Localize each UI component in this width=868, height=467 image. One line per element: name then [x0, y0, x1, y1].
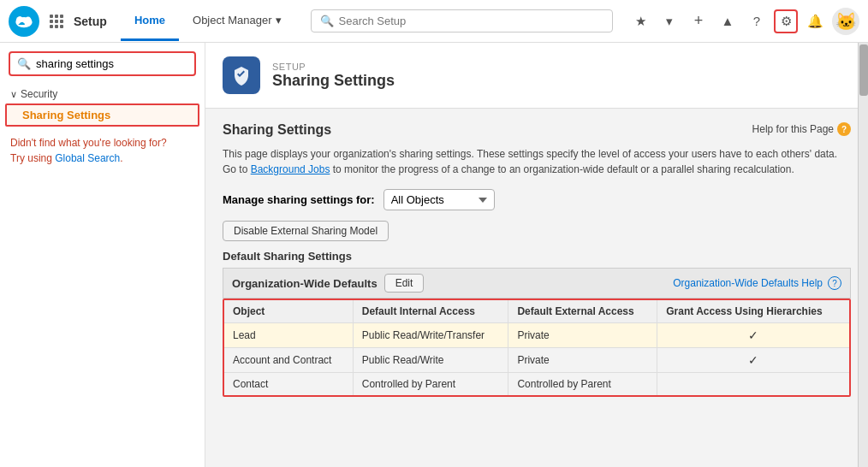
help-icon[interactable]: ?	[745, 9, 769, 33]
global-search-input[interactable]	[339, 15, 603, 27]
cell-external: Private	[508, 323, 657, 348]
org-defaults-table: Object Default Internal Access Default E…	[224, 300, 849, 395]
org-defaults-right: Organization-Wide Defaults Help ?	[673, 276, 841, 290]
svg-text:☁: ☁	[18, 18, 25, 26]
table-row: Account and Contract Public Read/Write P…	[224, 348, 849, 373]
sidebar-search-container[interactable]: 🔍	[9, 51, 196, 76]
svg-point-2	[25, 16, 32, 25]
cell-object: Lead	[224, 323, 353, 348]
scrollbar-track[interactable]	[858, 43, 868, 467]
chevron-down-icon: ▾	[276, 14, 282, 27]
user-avatar[interactable]: 🐱	[832, 8, 859, 35]
top-icon-bar: ★ ▾ + ▲ ? ⚙ 🔔 🐱	[628, 8, 859, 35]
org-defaults-left: Organization-Wide Defaults Edit	[232, 274, 424, 293]
global-search-bar[interactable]: 🔍	[311, 9, 613, 33]
main-layout: 🔍 ∨ Security Sharing Settings Didn't fin…	[0, 43, 868, 467]
help-for-page-link[interactable]: Help for this Page ?	[752, 122, 851, 136]
sidebar-not-found: Didn't find what you're looking for? Try…	[0, 127, 205, 174]
favorites-icon[interactable]: ★	[628, 9, 652, 33]
add-icon[interactable]: +	[687, 9, 710, 33]
cell-object: Account and Contract	[224, 348, 353, 373]
cell-internal: Public Read/Write	[353, 348, 508, 373]
background-jobs-link[interactable]: Background Jobs	[251, 163, 330, 175]
manage-sharing-select[interactable]: All Objects	[383, 189, 495, 210]
cell-hierarchy	[657, 373, 849, 396]
top-navigation: ☁ Setup Home Object Manager ▾ 🔍 ★ ▾ + ▲ …	[0, 0, 868, 43]
org-defaults-edit-button[interactable]: Edit	[384, 274, 425, 293]
col-external: Default External Access	[508, 300, 657, 323]
gear-icon[interactable]: ⚙	[774, 9, 798, 33]
cell-external: Controlled by Parent	[508, 373, 657, 396]
org-defaults-table-wrapper: Object Default Internal Access Default E…	[223, 299, 851, 397]
table-row: Lead Public Read/Write/Transfer Private …	[224, 323, 849, 348]
main-content-area: SETUP Sharing Settings Sharing Settings …	[205, 43, 868, 467]
chevron-down-icon: ∨	[10, 89, 17, 100]
favorites-dropdown-icon[interactable]: ▾	[657, 9, 681, 33]
notifications-icon[interactable]: 🔔	[803, 9, 827, 33]
page-header-setup-label: SETUP	[272, 62, 395, 72]
org-defaults-help-link[interactable]: Organization-Wide Defaults Help	[673, 277, 823, 289]
description-text: This page displays your organization's s…	[223, 146, 851, 177]
tab-object-manager[interactable]: Object Manager ▾	[179, 2, 295, 41]
sidebar-search-icon: 🔍	[17, 57, 31, 70]
sidebar-section-security[interactable]: ∨ Security	[0, 85, 205, 103]
disable-external-sharing-button[interactable]: Disable External Sharing Model	[223, 221, 389, 241]
col-hierarchy: Grant Access Using Hierarchies	[657, 300, 849, 323]
scrollbar-thumb[interactable]	[859, 44, 868, 96]
col-internal: Default Internal Access	[353, 300, 508, 323]
content-main-title: Sharing Settings	[223, 122, 331, 138]
trailhead-icon[interactable]: ▲	[716, 9, 740, 33]
cell-hierarchy: ✓	[657, 348, 849, 373]
manage-sharing-row: Manage sharing settings for: All Objects	[223, 189, 851, 210]
org-defaults-header: Organization-Wide Defaults Edit Organiza…	[223, 268, 851, 299]
page-header-text: SETUP Sharing Settings	[272, 62, 395, 90]
cell-internal: Public Read/Write/Transfer	[353, 323, 508, 348]
cell-internal: Controlled by Parent	[353, 373, 508, 396]
table-row: Contact Controlled by Parent Controlled …	[224, 373, 849, 396]
app-title: Setup	[74, 15, 107, 28]
col-object: Object	[224, 300, 353, 323]
help-question-icon: ?	[837, 122, 851, 136]
global-search-link[interactable]: Global Search	[55, 152, 120, 164]
cell-hierarchy: ✓	[657, 323, 849, 348]
salesforce-logo[interactable]: ☁	[9, 6, 39, 37]
page-header: SETUP Sharing Settings	[205, 43, 868, 109]
apps-grid-icon[interactable]	[46, 11, 67, 32]
org-defaults-help-icon[interactable]: ?	[828, 276, 841, 290]
search-icon: 🔍	[320, 15, 334, 27]
default-settings-header: Default Sharing Settings	[223, 250, 851, 263]
content-body: Sharing Settings Help for this Page ? Th…	[205, 109, 868, 411]
cell-object: Contact	[224, 373, 353, 396]
page-header-title: Sharing Settings	[272, 72, 395, 90]
content-title-row: Sharing Settings Help for this Page ?	[223, 122, 851, 138]
main-nav-tabs: Home Object Manager ▾	[121, 2, 295, 41]
sidebar-item-sharing-settings[interactable]: Sharing Settings	[5, 103, 199, 127]
org-defaults-title: Organization-Wide Defaults	[232, 277, 378, 290]
sidebar-search-input[interactable]	[36, 57, 187, 70]
table-header-row: Object Default Internal Access Default E…	[224, 300, 849, 323]
page-header-icon	[223, 56, 260, 94]
tab-home[interactable]: Home	[121, 2, 179, 41]
cell-external: Private	[508, 348, 657, 373]
sidebar: 🔍 ∨ Security Sharing Settings Didn't fin…	[0, 43, 205, 467]
